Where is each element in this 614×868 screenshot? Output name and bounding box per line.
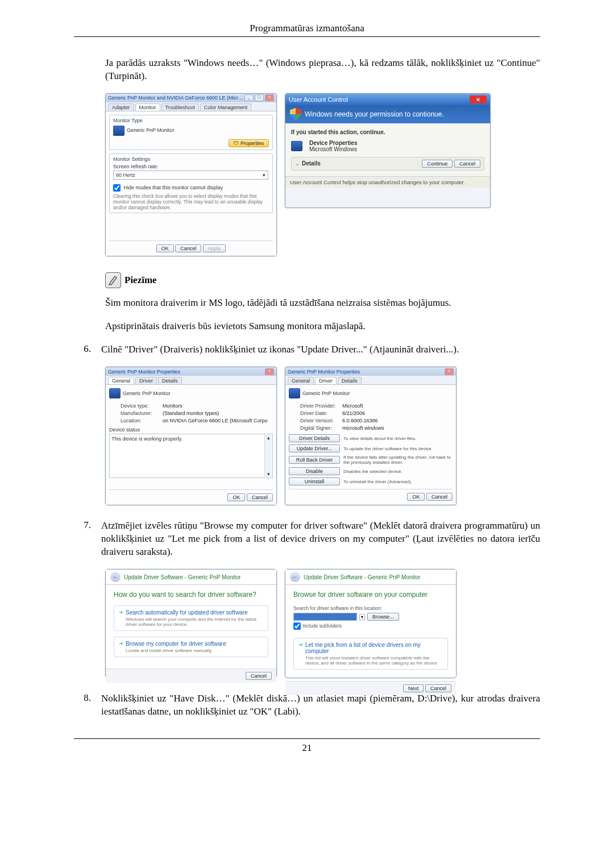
wizard-heading: Browse for driver software on your compu… bbox=[293, 591, 448, 599]
option-search-auto[interactable]: ➜ Search automatically for updated drive… bbox=[114, 605, 268, 631]
button-description: To view details about the driver files. bbox=[343, 436, 453, 441]
update-driver-wizard-choose: ← Update Driver Software - Generic PnP M… bbox=[105, 569, 277, 678]
uac-device-properties: Device Properties bbox=[309, 140, 358, 146]
button-description: To update the driver software for this d… bbox=[343, 446, 453, 451]
figure-row-3: ← Update Driver Software - Generic PnP M… bbox=[105, 569, 540, 678]
close-icon[interactable]: × bbox=[445, 368, 454, 375]
field-label: Location: bbox=[121, 418, 160, 423]
tab-color-management[interactable]: Color Management bbox=[200, 103, 252, 111]
tab-monitor[interactable]: Monitor bbox=[135, 103, 160, 111]
field-label: Driver Date: bbox=[300, 410, 340, 416]
field-label: Manufacturer: bbox=[121, 410, 160, 416]
monitor-settings-label: Monitor Settings bbox=[113, 156, 269, 162]
uac-publisher: Microsoft Windows bbox=[309, 146, 358, 152]
field-label: Driver Version: bbox=[300, 418, 340, 423]
field-value: 6/21/2006 bbox=[342, 410, 365, 416]
uac-window: User Account Control × Windows needs you… bbox=[285, 93, 491, 208]
cancel-button[interactable]: Cancel bbox=[247, 493, 273, 501]
uninstall-button[interactable]: Uninstall bbox=[289, 477, 340, 485]
hide-modes-label: Hide modes that this monitor cannot disp… bbox=[124, 185, 223, 190]
minimize-icon[interactable]: _ bbox=[244, 94, 254, 101]
page-header: Programmatūras izmantošana bbox=[74, 23, 540, 37]
tab-troubleshoot[interactable]: Troubleshoot bbox=[161, 103, 199, 111]
close-icon[interactable]: × bbox=[265, 368, 274, 375]
wizard-breadcrumb: Update Driver Software - Generic PnP Mon… bbox=[304, 574, 420, 580]
maximize-icon[interactable]: □ bbox=[255, 94, 264, 101]
field-value: (Standard monitor types) bbox=[163, 410, 219, 416]
ok-button[interactable]: OK bbox=[227, 493, 245, 501]
disable-button[interactable]: Disable bbox=[289, 467, 340, 475]
uac-details-toggle[interactable]: Details bbox=[302, 160, 321, 167]
chevron-down-icon[interactable]: ▾ bbox=[359, 614, 365, 620]
scroll-up-icon[interactable]: ▴ bbox=[267, 435, 270, 441]
uac-title: User Account Control bbox=[289, 96, 348, 103]
refresh-rate-select[interactable]: 60 Hertz▾ bbox=[113, 171, 268, 180]
include-subfolders-label: Include subfolders bbox=[302, 623, 342, 629]
hide-modes-checkbox[interactable] bbox=[113, 184, 121, 192]
arrow-icon: ➜ bbox=[119, 609, 123, 627]
scrollbar[interactable]: ▴ ▾ bbox=[264, 435, 272, 477]
scroll-down-icon[interactable]: ▾ bbox=[267, 471, 270, 477]
option-let-me-pick[interactable]: ➜ Let me pick from a list of device driv… bbox=[293, 638, 448, 670]
step-6-text: Cilnē "Driver" (Draiveris) noklikšķiniet… bbox=[101, 343, 540, 356]
button-description: If the device fails after updating the d… bbox=[343, 455, 453, 465]
device-icon bbox=[291, 141, 302, 151]
window-title: Generic PnP Monitor Properties bbox=[288, 369, 360, 375]
ok-button[interactable]: OK bbox=[156, 244, 174, 252]
tab-details[interactable]: Details bbox=[158, 377, 182, 384]
tab-general[interactable]: General bbox=[108, 377, 134, 384]
field-value: on NVIDIA GeForce 6600 LE (Microsoft Cor… bbox=[163, 418, 268, 423]
refresh-rate-label: Screen refresh rate: bbox=[113, 164, 269, 169]
option-browse-computer[interactable]: ➜ Browse my computer for driver software… bbox=[114, 637, 268, 657]
roll-back-button[interactable]: Roll Back Driver bbox=[289, 456, 340, 464]
cancel-button[interactable]: Cancel bbox=[175, 244, 201, 252]
step-6-number: 6. bbox=[74, 343, 91, 356]
cancel-button[interactable]: Cancel bbox=[246, 672, 272, 680]
uac-if-started: If you started this action, continue. bbox=[291, 129, 484, 135]
page-number: 21 bbox=[0, 739, 614, 765]
close-icon[interactable]: × bbox=[470, 95, 487, 103]
tab-details[interactable]: Details bbox=[338, 377, 362, 384]
continue-button[interactable]: Continue bbox=[422, 160, 453, 168]
cancel-button[interactable]: Cancel bbox=[454, 160, 480, 168]
back-icon[interactable]: ← bbox=[110, 572, 121, 582]
shield-icon bbox=[290, 108, 301, 121]
note-icon bbox=[105, 272, 121, 288]
chevron-down-icon: ⌄ bbox=[295, 160, 300, 167]
tab-general[interactable]: General bbox=[288, 377, 314, 384]
properties-button[interactable]: 🛡 Properties bbox=[229, 139, 269, 147]
monitor-type-label: Monitor Type bbox=[113, 118, 269, 123]
tab-driver[interactable]: Driver bbox=[315, 377, 337, 384]
props-driver-window: Generic PnP Monitor Properties × General… bbox=[285, 367, 457, 505]
note-paragraph-1: Šim monitora draiverim ir MS logo, tādēj… bbox=[105, 297, 540, 310]
monitor-icon bbox=[289, 388, 300, 398]
device-name: Generic PnP Monitor bbox=[302, 391, 350, 396]
apply-button[interactable]: Apply bbox=[203, 244, 226, 252]
chevron-down-icon: ▾ bbox=[263, 172, 265, 178]
update-driver-button[interactable]: Update Driver... bbox=[289, 445, 340, 452]
cancel-button[interactable]: Cancel bbox=[425, 684, 451, 692]
include-subfolders-checkbox[interactable] bbox=[293, 622, 301, 630]
update-driver-wizard-browse: ← Update Driver Software - Generic PnP M… bbox=[285, 569, 457, 678]
tab-driver[interactable]: Driver bbox=[135, 377, 157, 384]
ok-button[interactable]: OK bbox=[407, 493, 425, 501]
back-icon[interactable]: ← bbox=[290, 572, 300, 582]
button-description: Disables the selected device. bbox=[343, 469, 453, 474]
close-icon[interactable]: × bbox=[265, 94, 274, 101]
monitor-device-name: Generic PnP Monitor bbox=[127, 127, 174, 133]
note-label: Piezīme bbox=[125, 275, 157, 286]
device-status-text: This device is working properly. bbox=[111, 436, 182, 442]
tab-adapter[interactable]: Adapter bbox=[108, 103, 134, 111]
figure-row-1: Generic PnP Monitor and NVIDIA GeForce 6… bbox=[105, 93, 540, 257]
location-input[interactable] bbox=[293, 613, 357, 621]
cancel-button[interactable]: Cancel bbox=[426, 493, 453, 501]
window-title: Generic PnP Monitor and NVIDIA GeForce 6… bbox=[108, 95, 244, 101]
field-value: microsoft windows bbox=[342, 425, 384, 431]
next-button[interactable]: Next bbox=[403, 684, 424, 692]
field-label: Device type: bbox=[121, 403, 160, 409]
browse-button[interactable]: Browse... bbox=[367, 613, 399, 621]
step-8-number: 8. bbox=[74, 692, 91, 719]
arrow-icon: ➜ bbox=[298, 642, 303, 666]
uac-header-text: Windows needs your permission to contion… bbox=[305, 110, 444, 118]
driver-details-button[interactable]: Driver Details bbox=[289, 434, 340, 442]
